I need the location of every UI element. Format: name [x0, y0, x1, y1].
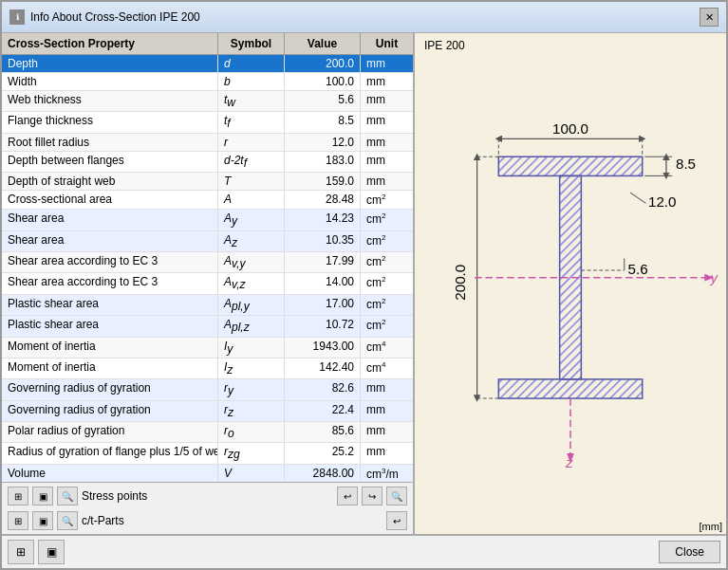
table-row[interactable]: Governing radius of gyration ry 82.6 mm [2, 379, 413, 400]
bottom-left-icons: ⊞ ▣ [8, 540, 65, 564]
header-value: Value [285, 33, 361, 54]
cell-property: Moment of inertia [2, 359, 218, 378]
bottom-icon-1[interactable]: ⊞ [8, 540, 34, 564]
table-row[interactable]: Depth between flanges d-2tf 183.0 mm [2, 152, 413, 173]
cell-property: Flange thickness [2, 112, 218, 132]
cell-value: 159.0 [285, 173, 361, 190]
header-symbol: Symbol [218, 33, 285, 54]
cell-symbol: d [218, 55, 285, 72]
svg-line-15 [630, 193, 645, 203]
window-title: Info About Cross-Section IPE 200 [30, 10, 200, 24]
stress-icon-2[interactable]: ▣ [32, 487, 53, 506]
stress-right-3[interactable]: 🔍 [386, 487, 407, 506]
table-row[interactable]: Shear area according to EC 3 Av,y 17.99 … [2, 252, 413, 273]
table-row[interactable]: Polar radius of gyration ro 85.6 mm [2, 422, 413, 443]
cell-unit: mm [361, 112, 413, 132]
right-panel: IPE 200 [415, 33, 726, 534]
cell-value: 1943.00 [285, 338, 361, 358]
cell-symbol: Iz [218, 359, 285, 378]
cell-unit: cm2 [361, 316, 413, 336]
cell-value: 142.40 [285, 359, 361, 378]
table-row[interactable]: Volume V 2848.00 cm3/m [2, 465, 413, 482]
table-row[interactable]: Root fillet radius r 12.0 mm [2, 134, 413, 152]
window-icon: ℹ [9, 9, 25, 25]
table-row[interactable]: Depth d 200.0 mm [2, 55, 413, 73]
table-row[interactable]: Width b 100.0 mm [2, 73, 413, 91]
cell-property: Depth [2, 55, 218, 72]
cell-property: Governing radius of gyration [2, 401, 218, 421]
close-x-button[interactable]: ✕ [700, 8, 719, 27]
table-body[interactable]: Depth d 200.0 mm Width b 100.0 mm Web th… [2, 55, 413, 482]
cell-property: Root fillet radius [2, 134, 218, 151]
cell-unit: cm4 [361, 338, 413, 358]
dim-radius: 12.0 [648, 193, 676, 210]
cell-property: Depth of straight web [2, 173, 218, 190]
cell-unit: mm [361, 401, 413, 421]
cell-symbol: A [218, 191, 285, 209]
ct-right-1[interactable]: ↩ [386, 511, 407, 530]
table-row[interactable]: Web thickness tw 5.6 mm [2, 91, 413, 112]
cell-property: Moment of inertia [2, 338, 218, 358]
svg-rect-1 [498, 156, 642, 175]
cell-property: Web thickness [2, 91, 218, 111]
cell-value: 12.0 [285, 134, 361, 151]
table-row[interactable]: Moment of inertia Iy 1943.00 cm4 [2, 338, 413, 359]
cell-symbol: Ay [218, 210, 285, 230]
table-row[interactable]: Moment of inertia Iz 142.40 cm4 [2, 359, 413, 379]
table-row[interactable]: Shear area Ay 14.23 cm2 [2, 210, 413, 230]
cell-property: Shear area according to EC 3 [2, 273, 218, 293]
svg-rect-3 [498, 379, 642, 398]
cell-unit: cm2 [361, 295, 413, 315]
ipe-drawing: 100.0 200.0 8.5 5.6 12.0 [415, 58, 726, 519]
cell-unit: mm [361, 443, 413, 463]
stress-icon-3[interactable]: 🔍 [57, 487, 78, 506]
cell-symbol: T [218, 173, 285, 190]
ct-icon-2[interactable]: ▣ [32, 511, 53, 530]
title-bar: ℹ Info About Cross-Section IPE 200 ✕ [2, 2, 726, 33]
stress-right-2[interactable]: ↪ [362, 487, 383, 506]
cell-symbol: Apl,z [218, 316, 285, 336]
dim-width: 100.0 [552, 120, 588, 137]
table-row[interactable]: Shear area according to EC 3 Av,z 14.00 … [2, 273, 413, 294]
bottom-icon-2[interactable]: ▣ [38, 540, 65, 564]
cell-value: 8.5 [285, 112, 361, 132]
mm-badge: [mm] [415, 519, 726, 534]
cell-symbol: Apl,y [218, 295, 285, 315]
table-row[interactable]: Governing radius of gyration rz 22.4 mm [2, 401, 413, 422]
cell-property: Plastic shear area [2, 295, 218, 315]
cell-symbol: Av,y [218, 252, 285, 272]
table-row[interactable]: Radius of gyration of flange plus 1/5 of… [2, 443, 413, 464]
table-header: Cross-Section Property Symbol Value Unit [2, 33, 413, 55]
table-row[interactable]: Flange thickness tf 8.5 mm [2, 112, 413, 133]
cell-unit: cm2 [361, 191, 413, 209]
cell-property: Shear area [2, 210, 218, 230]
stress-right-1[interactable]: ↩ [337, 487, 358, 506]
cell-property: Cross-sectional area [2, 191, 218, 209]
dim-web: 5.6 [628, 261, 648, 277]
cell-value: 14.00 [285, 273, 361, 293]
stress-icon-1[interactable]: ⊞ [8, 487, 28, 506]
header-property: Cross-Section Property [2, 33, 218, 54]
cell-property: Volume [2, 465, 218, 482]
cell-property: Radius of gyration of flange plus 1/5 of… [2, 443, 218, 463]
cell-value: 183.0 [285, 152, 361, 172]
table-row[interactable]: Plastic shear area Apl,z 10.72 cm2 [2, 316, 413, 337]
table-row[interactable]: Plastic shear area Apl,y 17.00 cm2 [2, 295, 413, 316]
left-panel: Cross-Section Property Symbol Value Unit… [2, 33, 415, 534]
stress-points-label: Stress points [82, 489, 333, 503]
cell-symbol: ro [218, 422, 285, 442]
table-row[interactable]: Shear area Az 10.35 cm2 [2, 231, 413, 252]
cell-value: 2848.00 [285, 465, 361, 482]
cell-symbol: ry [218, 379, 285, 399]
header-unit: Unit [361, 33, 413, 54]
cell-value: 200.0 [285, 55, 361, 72]
cell-property: Shear area according to EC 3 [2, 252, 218, 272]
cell-symbol: tf [218, 112, 285, 132]
table-row[interactable]: Depth of straight web T 159.0 mm [2, 173, 413, 191]
table-row[interactable]: Cross-sectional area A 28.48 cm2 [2, 191, 413, 210]
ct-icon-3[interactable]: 🔍 [57, 511, 78, 530]
cell-property: Plastic shear area [2, 316, 218, 336]
bottom-toolbar: ⊞ ▣ Close [2, 534, 726, 568]
close-button[interactable]: Close [659, 541, 720, 563]
ct-icon-1[interactable]: ⊞ [8, 511, 28, 530]
